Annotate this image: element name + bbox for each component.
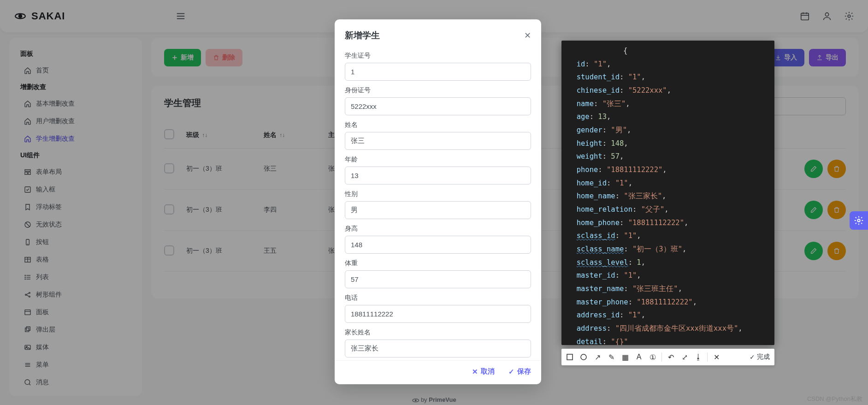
field-input[interactable]	[345, 132, 531, 150]
field-input[interactable]	[345, 236, 531, 254]
field-input[interactable]	[345, 167, 531, 185]
done-button[interactable]: ✓ 完成	[750, 353, 773, 361]
text-tool-icon[interactable]: A	[632, 351, 645, 363]
field-label: 身份证号	[345, 86, 531, 95]
dialog-title: 新增学生	[345, 30, 380, 42]
field-input[interactable]	[345, 305, 531, 323]
field-input[interactable]	[345, 270, 531, 288]
pen-tool-icon[interactable]: ✎	[605, 351, 618, 363]
check-icon: ✓	[508, 368, 514, 376]
field-input[interactable]	[345, 63, 531, 81]
field-input[interactable]	[345, 339, 531, 357]
arrow-tool-icon[interactable]: ↗	[591, 351, 604, 363]
svg-rect-49	[567, 354, 573, 360]
close-icon: ✕	[472, 368, 478, 376]
field-input[interactable]	[345, 97, 531, 115]
dialog-cancel-button[interactable]: ✕取消	[472, 367, 495, 376]
svg-point-50	[581, 354, 586, 360]
undo-icon[interactable]: ↶	[664, 351, 677, 363]
field-label: 体重	[345, 259, 531, 268]
expand-icon[interactable]: ⤢	[678, 351, 691, 363]
field-label: 电话	[345, 294, 531, 302]
field-input[interactable]	[345, 201, 531, 219]
watermark: CSDN @Python私教	[807, 395, 862, 403]
annotation-toolbar: ↗ ✎ ▦ A ① ↶ ⤢ ⭳ ✕ ✓ 完成	[561, 349, 774, 365]
field-label: 年龄	[345, 155, 531, 164]
field-label: 身高	[345, 225, 531, 233]
svg-point-48	[857, 219, 860, 222]
circle-tool-icon[interactable]	[577, 351, 590, 363]
dialog-close-button[interactable]: ✕	[524, 30, 531, 41]
field-label: 姓名	[345, 121, 531, 129]
mosaic-tool-icon[interactable]: ▦	[619, 351, 632, 363]
theme-settings-fab[interactable]	[850, 211, 868, 230]
dialog-save-button[interactable]: ✓保存	[508, 367, 531, 376]
download-icon[interactable]: ⭳	[692, 351, 705, 363]
number-tool-icon[interactable]: ①	[646, 351, 659, 363]
code-inspector-panel: { id: "1", student_id: "1", chinese_id: …	[561, 41, 774, 345]
rect-tool-icon[interactable]	[563, 351, 576, 363]
cancel-icon[interactable]: ✕	[710, 351, 723, 363]
add-student-dialog: 新增学生 ✕ 学生证号身份证号姓名年龄性别身高体重电话家长姓名 ✕取消 ✓保存	[335, 19, 541, 384]
field-label: 性别	[345, 190, 531, 198]
field-label: 学生证号	[345, 52, 531, 60]
field-label: 家长姓名	[345, 328, 531, 337]
